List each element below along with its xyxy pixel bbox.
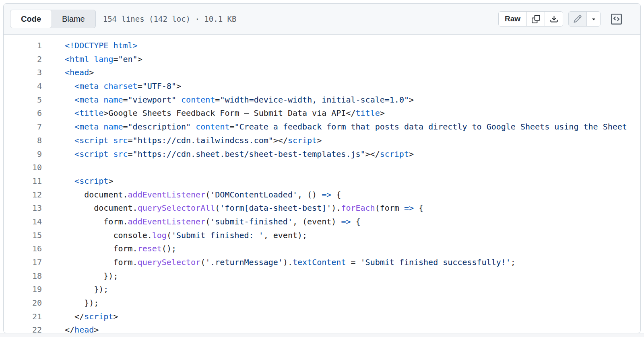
line-number[interactable]: 3 <box>4 66 42 80</box>
code-line: 18 }); <box>4 269 640 283</box>
line-number[interactable]: 4 <box>4 80 42 93</box>
line-number[interactable]: 19 <box>4 283 42 296</box>
code-line-text: <meta name="viewport" content="width=dev… <box>65 93 414 107</box>
line-number[interactable]: 6 <box>4 107 42 120</box>
line-number[interactable]: 9 <box>4 148 42 161</box>
code-content: 1<!DOCTYPE html>2<html lang="en">3<head>… <box>4 35 640 333</box>
code-line: 12 document.addEventListener('DOMContent… <box>4 188 640 202</box>
tab-blame[interactable]: Blame <box>52 10 95 28</box>
download-icon <box>550 15 558 23</box>
code-line-text: }); <box>65 269 118 283</box>
line-number[interactable]: 15 <box>4 229 42 242</box>
file-view-box: Code Blame 154 lines (142 loc) · 10.1 KB… <box>3 3 641 333</box>
tab-code[interactable]: Code <box>10 10 52 28</box>
code-line: 11 <script> <box>4 175 640 188</box>
edit-button-group <box>568 11 601 27</box>
bottom-strip <box>0 333 644 337</box>
download-button[interactable] <box>545 12 563 26</box>
code-line: 20 }); <box>4 296 640 310</box>
code-line-text: form.querySelector('.returnMessage').tex… <box>65 256 516 269</box>
line-number[interactable]: 21 <box>4 310 42 324</box>
symbols-panel-button[interactable] <box>609 11 623 27</box>
code-line: 14 form.addEventListener('submit-finishe… <box>4 215 640 229</box>
code-line-text: }); <box>65 296 99 310</box>
line-number[interactable]: 11 <box>4 175 42 188</box>
code-line-text: <head> <box>65 66 94 80</box>
code-line: 21 </script> <box>4 310 640 324</box>
triangle-down-icon <box>590 15 597 23</box>
code-line: 1<!DOCTYPE html> <box>4 39 640 53</box>
code-line: 8 <script src="https://cdn.tailwindcss.c… <box>4 134 640 148</box>
line-number[interactable]: 2 <box>4 53 42 66</box>
code-line-text: form.addEventListener('submit-finished',… <box>65 215 361 229</box>
code-line: 5 <meta name="viewport" content="width=d… <box>4 93 640 107</box>
copy-button[interactable] <box>526 12 545 26</box>
raw-button[interactable]: Raw <box>499 12 526 26</box>
line-number[interactable]: 22 <box>4 323 42 333</box>
code-line-text: <meta name="description" content="Create… <box>65 120 627 134</box>
line-number[interactable]: 1 <box>4 39 42 53</box>
code-line: 6 <title>Google Sheets Feedback Form – S… <box>4 107 640 120</box>
code-line: 9 <script src="https://cdn.sheet.best/sh… <box>4 148 640 161</box>
pencil-icon <box>573 14 582 23</box>
line-number[interactable]: 10 <box>4 161 42 175</box>
code-line: 15 console.log('Submit finished: ', even… <box>4 229 640 242</box>
code-line-text: <script> <box>65 175 113 188</box>
edit-dropdown-button[interactable] <box>586 12 600 26</box>
code-line: 16 form.reset(); <box>4 242 640 256</box>
file-stats: 154 lines (142 loc) · 10.1 KB <box>103 14 237 23</box>
code-line-text: </head> <box>65 323 99 333</box>
code-blame-switcher: Code Blame <box>10 10 96 28</box>
code-line-text: <html lang="en"> <box>65 53 142 66</box>
line-number[interactable]: 5 <box>4 93 42 107</box>
line-number[interactable]: 7 <box>4 120 42 134</box>
code-line-text: <title>Google Sheets Feedback Form – Sub… <box>65 107 385 120</box>
code-line: 10 <box>4 161 640 175</box>
raw-copy-download-group: Raw <box>498 11 563 27</box>
code-line-text: <script src="https://cdn.sheet.best/shee… <box>65 148 414 161</box>
code-line-text: form.reset(); <box>65 242 176 256</box>
code-line: 13 document.querySelectorAll('form[data-… <box>4 201 640 215</box>
code-line: 4 <meta charset="UTF-8"> <box>4 80 640 93</box>
code-square-icon <box>611 14 622 25</box>
line-number[interactable]: 20 <box>4 296 42 310</box>
line-number[interactable]: 8 <box>4 134 42 148</box>
line-number[interactable]: 17 <box>4 256 42 269</box>
code-line-text: console.log('Submit finished: ', event); <box>65 229 307 242</box>
copy-icon <box>532 15 540 23</box>
line-number[interactable]: 12 <box>4 188 42 202</box>
line-number[interactable]: 14 <box>4 215 42 229</box>
header-actions: Raw <box>498 11 631 27</box>
edit-button[interactable] <box>569 12 586 26</box>
code-line: 3<head> <box>4 66 640 80</box>
code-line-text: }); <box>65 283 108 296</box>
code-lines: 1<!DOCTYPE html>2<html lang="en">3<head>… <box>4 39 640 333</box>
code-line: 19 }); <box>4 283 640 296</box>
code-line: 17 form.querySelector('.returnMessage').… <box>4 256 640 269</box>
line-number[interactable]: 18 <box>4 269 42 283</box>
code-line-text: document.addEventListener('DOMContentLoa… <box>65 188 341 202</box>
file-header-toolbar: Code Blame 154 lines (142 loc) · 10.1 KB… <box>4 4 640 35</box>
code-line-text: <!DOCTYPE html> <box>65 39 138 53</box>
line-number[interactable]: 16 <box>4 242 42 256</box>
code-line: 7 <meta name="description" content="Crea… <box>4 120 640 134</box>
line-number[interactable]: 13 <box>4 201 42 215</box>
code-line-text: </script> <box>65 310 118 324</box>
code-line: 2<html lang="en"> <box>4 53 640 66</box>
code-line: 22</head> <box>4 323 640 333</box>
code-line-text: <meta charset="UTF-8"> <box>65 80 181 93</box>
code-line-text: document.querySelectorAll('form[data-she… <box>65 201 423 215</box>
code-line-text: <script src="https://cdn.tailwindcss.com… <box>65 134 322 148</box>
